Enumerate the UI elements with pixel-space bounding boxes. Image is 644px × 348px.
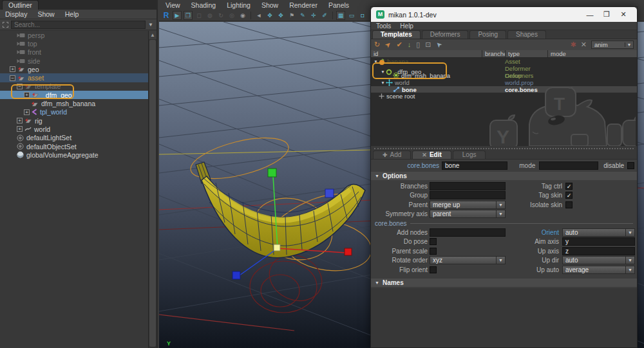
shaded-mode-icon[interactable]: ◍ bbox=[205, 11, 214, 20]
mikan-menu-help[interactable]: Help bbox=[400, 23, 413, 30]
collapse-icon[interactable]: − bbox=[10, 75, 15, 81]
outliner-item-tpl_world[interactable]: +tpl_world bbox=[0, 108, 148, 116]
viewport-menu-panels[interactable]: Panels bbox=[328, 1, 349, 9]
lock-camera-icon[interactable]: ✥ bbox=[265, 11, 274, 20]
viewport-menu-lighting[interactable]: Lighting bbox=[227, 1, 251, 9]
do-pose-checkbox[interactable] bbox=[430, 238, 437, 245]
outliner-item-defaultLightSet[interactable]: defaultLightSet bbox=[0, 134, 148, 142]
film-gate-icon[interactable]: ▭ bbox=[347, 11, 356, 20]
duplicate-icon[interactable]: ⊡ bbox=[425, 41, 431, 48]
outliner-menu-show[interactable]: Show bbox=[37, 10, 54, 18]
scrollbar-thumb[interactable] bbox=[149, 40, 156, 347]
viewport-menu-shading[interactable]: Shading bbox=[191, 1, 216, 9]
expand-icon[interactable]: + bbox=[17, 118, 23, 124]
camera-snapshot-icon[interactable]: ◉ bbox=[238, 11, 247, 20]
outliner-item-geo[interactable]: +geo bbox=[0, 65, 148, 73]
resolution-gate-icon[interactable]: ◘ bbox=[358, 11, 367, 20]
outliner-item-template[interactable]: −template bbox=[0, 82, 148, 91]
search-input[interactable] bbox=[11, 21, 146, 29]
outliner-item-front[interactable]: front bbox=[0, 48, 148, 57]
tab-posing[interactable]: Posing bbox=[469, 30, 506, 39]
camera-attributes-icon[interactable]: ✥ bbox=[276, 11, 285, 20]
manipulator-z-handle[interactable] bbox=[232, 271, 240, 279]
tag-skin-checkbox[interactable] bbox=[565, 192, 573, 199]
tree-row-dfm_msh_banana[interactable]: dfm_msh_bananaDeformers bbox=[371, 72, 637, 79]
tree-row-_dfm_geo[interactable]: ▼_dfm_geoDeformer Group bbox=[371, 65, 637, 72]
refresh-icon[interactable]: ↻ bbox=[374, 41, 380, 48]
outliner-item-dfm_msh_banana[interactable]: dfm_msh_banana bbox=[0, 99, 148, 107]
playblast-icon[interactable]: ▶ bbox=[173, 11, 182, 20]
outliner-item-persp[interactable]: persp bbox=[0, 31, 148, 39]
trash-icon[interactable]: ▯ bbox=[416, 41, 420, 48]
manipulator-center-handle[interactable] bbox=[274, 244, 280, 251]
renderer-r-icon[interactable]: R bbox=[162, 11, 171, 20]
grease-pencil-icon[interactable]: ✐ bbox=[320, 11, 329, 20]
names-section-header[interactable]: ▼ Names bbox=[371, 279, 637, 287]
mode-input[interactable] bbox=[539, 161, 598, 170]
parent-dropdown[interactable]: merge up▼ bbox=[430, 201, 506, 209]
outliner-item-rig[interactable]: +rig bbox=[0, 116, 148, 125]
2d-pan-zoom-icon[interactable]: ✛ bbox=[309, 11, 318, 20]
viewport-menu-renderer[interactable]: Renderer bbox=[289, 1, 317, 9]
outliner-item-top[interactable]: top bbox=[0, 39, 148, 48]
check-icon[interactable]: ✔ bbox=[396, 41, 402, 48]
panel-layout-icon[interactable]: ❐ bbox=[184, 11, 193, 20]
column-branches[interactable]: branches bbox=[482, 50, 505, 57]
preset-dropdown[interactable]: anim ▼ bbox=[591, 41, 634, 49]
rotate-order-dropdown[interactable]: xyz▼ bbox=[430, 256, 506, 264]
mikan-titlebar[interactable]: M mikan 1.0.1-dev — ❒ ✕ bbox=[371, 7, 637, 22]
outliner-scrollbar[interactable]: ▲ bbox=[148, 31, 156, 348]
cleanup-icon[interactable]: ✕ bbox=[581, 41, 587, 48]
outliner-menu-help[interactable]: Help bbox=[65, 10, 79, 18]
outliner-item-world[interactable]: +world bbox=[0, 125, 148, 133]
tab-deformers[interactable]: Deformers bbox=[422, 30, 469, 39]
column-type[interactable]: type bbox=[505, 50, 547, 57]
outliner-item-side[interactable]: side bbox=[0, 57, 148, 65]
collapse-arrow-icon[interactable]: ▼ bbox=[380, 80, 386, 85]
outliner-item-asset[interactable]: −asset bbox=[0, 73, 148, 82]
wireframe-icon[interactable]: ◻ bbox=[194, 11, 204, 20]
extra-handle-cube[interactable] bbox=[325, 189, 334, 197]
orient-dropdown[interactable]: auto▼ bbox=[562, 228, 635, 237]
manipulator-x-handle[interactable] bbox=[345, 248, 352, 255]
flip-orient-checkbox[interactable] bbox=[430, 266, 437, 273]
parent-scale-checkbox[interactable] bbox=[430, 248, 437, 255]
debug-bug-icon[interactable]: ✱ bbox=[571, 41, 576, 48]
tab-templates[interactable]: Templates bbox=[372, 30, 421, 39]
search-options-caret-icon[interactable]: ▼ bbox=[148, 22, 155, 28]
up-axis-input[interactable]: z bbox=[562, 247, 635, 255]
collapse-icon[interactable]: − bbox=[17, 84, 23, 89]
manipulator-y-handle[interactable] bbox=[268, 169, 276, 177]
subtab-logs[interactable]: Logs bbox=[453, 151, 486, 159]
orient-label[interactable]: Orient bbox=[509, 229, 559, 236]
grid-icon[interactable]: ▦ bbox=[336, 11, 345, 20]
outliner-item-_dfm_geo[interactable]: +_dfm_geo bbox=[0, 91, 148, 99]
outliner-tab[interactable]: Outliner bbox=[2, 0, 39, 10]
expand-icon[interactable]: + bbox=[17, 126, 23, 132]
mikan-menu-tools[interactable]: Tools bbox=[376, 23, 391, 30]
panel-splitter[interactable] bbox=[371, 146, 637, 151]
branches-input[interactable] bbox=[430, 182, 506, 190]
tree-row-banana[interactable]: ▼bananaAsset bbox=[371, 58, 637, 65]
attr-name-input[interactable]: bone bbox=[442, 161, 507, 170]
select-camera-icon[interactable]: ◄ bbox=[254, 11, 263, 20]
use-lights-icon[interactable]: ◎ bbox=[227, 11, 236, 20]
disable-checkbox[interactable] bbox=[627, 162, 634, 169]
viewport-menu-view[interactable]: View bbox=[166, 1, 180, 9]
textured-mode-icon[interactable]: ↻ bbox=[216, 11, 225, 20]
up-dir-dropdown[interactable]: auto▼ bbox=[562, 256, 635, 264]
outliner-item-globalVolumeAggregate[interactable]: globalVolumeAggregate bbox=[0, 151, 148, 159]
subtab-edit[interactable]: ✕Edit bbox=[412, 151, 451, 159]
build-rocket-icon[interactable]: ➤ bbox=[384, 40, 393, 49]
tag-ctrl-checkbox[interactable] bbox=[565, 183, 573, 190]
outliner-menu-display[interactable]: Display bbox=[5, 10, 27, 18]
expand-icon[interactable]: + bbox=[10, 66, 15, 72]
outliner-item-defaultObjectSet[interactable]: defaultObjectSet bbox=[0, 142, 148, 151]
selection-filter-icon[interactable] bbox=[3, 22, 8, 28]
close-button[interactable]: ✕ bbox=[615, 10, 632, 19]
aim-axis-input[interactable]: y bbox=[562, 237, 635, 246]
isolate-skin-checkbox[interactable] bbox=[565, 201, 573, 208]
column-mode[interactable]: mode bbox=[547, 50, 637, 57]
tab-shapes[interactable]: Shapes bbox=[507, 30, 546, 39]
symmetry-axis-dropdown[interactable]: parent▼ bbox=[430, 210, 506, 218]
